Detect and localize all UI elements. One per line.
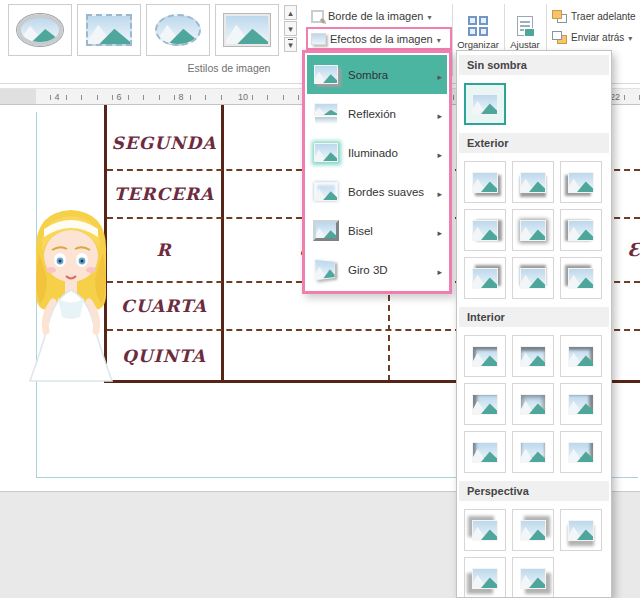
effects-menu-item-label: Iluminado [348, 147, 431, 159]
bevel-preview-icon [310, 216, 342, 246]
send-backward-button[interactable]: Enviar atrás [549, 28, 635, 46]
picture-style-option-simple-white-frame[interactable] [215, 4, 279, 56]
shadow-option-in-tl[interactable] [464, 335, 506, 377]
landscape-thumbnail [155, 14, 201, 46]
landscape-thumbnail [86, 14, 132, 46]
shadow-option-b[interactable] [512, 161, 554, 203]
effects-menu-item-label: Bordes suaves [348, 186, 431, 198]
shadow-option-in-l[interactable] [464, 383, 506, 425]
shadow-thumbnail-grid [457, 155, 611, 305]
bring-forward-button[interactable]: Traer adelante [549, 7, 640, 25]
shadow-option-tl[interactable] [560, 257, 602, 299]
shadow-section-header: Sin sombra [459, 55, 609, 75]
girl-clipart-drawing [6, 198, 136, 390]
send-backward-icon [552, 31, 567, 44]
gallery-scroll-buttons [284, 5, 297, 53]
picture-effects-menu: SombraReflexiónIluminadoBordes suavesBis… [302, 50, 452, 294]
ruler-number: 6 [114, 92, 123, 102]
ruler-number: 4 [52, 92, 61, 102]
submenu-arrow-icon [437, 222, 442, 240]
shadow-option-r[interactable] [464, 209, 506, 251]
effects-menu-item-shadow[interactable]: Sombra [307, 55, 447, 94]
landscape-thumbnail [568, 172, 594, 193]
picture-effects-button[interactable]: Efectos de la imagen [306, 27, 452, 50]
arrange-label: Organizar [457, 39, 499, 50]
submenu-arrow-icon [437, 144, 442, 162]
effects-menu-item-soft-edges[interactable]: Bordes suaves [307, 172, 447, 211]
shadow-option-in-b[interactable] [512, 431, 554, 473]
send-backward-label: Enviar atrás [571, 32, 624, 43]
gallery-more-button[interactable] [284, 37, 297, 52]
shadow-option-in-tr[interactable] [560, 335, 602, 377]
landscape-thumbnail [224, 14, 270, 46]
ruler-number: 8 [176, 92, 185, 102]
landscape-thumbnail [568, 394, 594, 415]
landscape-thumbnail [472, 442, 498, 463]
effects-menu-item-rotation-3d[interactable]: Giro 3D [307, 250, 447, 289]
landscape-thumbnail [568, 268, 594, 289]
shadow-section-header: Exterior [459, 133, 609, 153]
landscape-thumbnail [472, 268, 498, 289]
effects-menu-item-reflection[interactable]: Reflexión [307, 94, 447, 133]
shadow-option-p-b[interactable] [560, 509, 602, 551]
shadow-option-in-t[interactable] [512, 335, 554, 377]
shadow-preview-icon [310, 60, 342, 90]
shadow-option-in-r[interactable] [560, 383, 602, 425]
landscape-thumbnail [568, 346, 594, 367]
landscape-thumbnail [472, 172, 498, 193]
landscape-thumbnail [314, 143, 338, 162]
shadow-option-in-bl[interactable] [464, 431, 506, 473]
landscape-thumbnail [568, 220, 594, 241]
shadow-option-t[interactable] [512, 257, 554, 299]
submenu-arrow-icon [437, 105, 442, 123]
effects-menu-item-label: Giro 3D [348, 264, 431, 276]
dropdown-caret-icon [628, 32, 632, 43]
shadow-option-bl[interactable] [560, 161, 602, 203]
shadow-thumbnail-grid [457, 503, 611, 598]
picture-border-button[interactable]: Borde de la imagen [308, 6, 434, 26]
shadow-option-p-ul[interactable] [464, 509, 506, 551]
adjust-icon [517, 16, 533, 36]
effects-menu-item-label: Reflexión [348, 108, 431, 120]
shadow-section-header: Perspectiva [459, 481, 609, 501]
effects-menu-item-bevel[interactable]: Bisel [307, 211, 447, 250]
table-border-line [221, 105, 224, 383]
landscape-thumbnail [472, 520, 498, 541]
shadow-option-l[interactable] [560, 209, 602, 251]
shadow-option-p-ur[interactable] [512, 509, 554, 551]
shadow-option-none[interactable] [464, 83, 506, 125]
arrange-icon [468, 16, 488, 36]
landscape-thumbnail [520, 394, 546, 415]
shadow-option-tr[interactable] [464, 257, 506, 299]
shadow-option-p-lr[interactable] [512, 557, 554, 598]
glow-preview-icon [310, 138, 342, 168]
soft-edges-preview-icon [310, 177, 342, 207]
picture-style-option-perforated-edge-rectangle[interactable] [77, 4, 141, 56]
submenu-arrow-icon [437, 66, 442, 84]
girl-clipart-image[interactable] [6, 198, 136, 390]
shadow-thumbnail-grid [457, 77, 611, 131]
landscape-thumbnail [520, 568, 546, 589]
landscape-thumbnail [314, 103, 338, 116]
picture-style-option-perforated-edge-oval[interactable] [146, 4, 210, 56]
shadow-option-c[interactable] [512, 209, 554, 251]
landscape-thumbnail [314, 182, 338, 201]
dropdown-caret-icon [437, 33, 441, 45]
gallery-scroll-down-button[interactable] [284, 21, 297, 36]
shadow-gallery-menu: Sin sombraExteriorInteriorPerspectiva [456, 50, 612, 598]
effects-menu-item-label: Sombra [348, 69, 431, 81]
shadow-option-p-ll[interactable] [464, 557, 506, 598]
adjust-label: Ajustar [510, 39, 540, 50]
table-cell-text: SEGUNDA [107, 131, 221, 155]
landscape-thumbnail [520, 442, 546, 463]
shadow-option-in-br[interactable] [560, 431, 602, 473]
landscape-thumbnail [568, 442, 594, 463]
picture-border-icon [311, 10, 324, 23]
effects-menu-item-glow[interactable]: Iluminado [307, 133, 447, 172]
picture-style-option-metal-oval-frame[interactable] [8, 4, 72, 56]
landscape-thumbnail [520, 346, 546, 367]
gallery-scroll-up-button[interactable] [284, 5, 297, 20]
shadow-option-br[interactable] [464, 161, 506, 203]
submenu-arrow-icon [437, 183, 442, 201]
shadow-option-in-c[interactable] [512, 383, 554, 425]
